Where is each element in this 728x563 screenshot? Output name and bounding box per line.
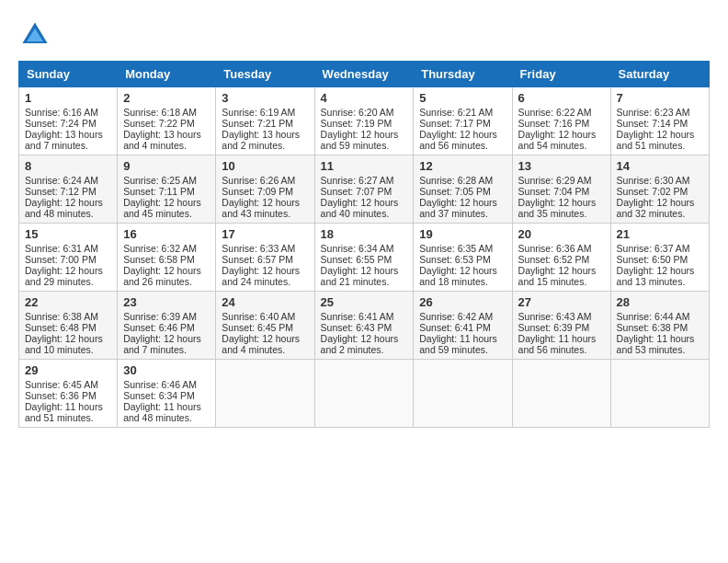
day-info-line: Sunrise: 6:31 AM [25, 243, 111, 254]
weekday-friday: Friday [512, 62, 610, 87]
day-info-line: Daylight: 12 hours [123, 265, 210, 276]
day-info-line: Daylight: 12 hours [518, 197, 605, 208]
day-info-line: Sunset: 6:36 PM [25, 390, 111, 401]
calendar-cell: 13Sunrise: 6:29 AMSunset: 7:04 PMDayligh… [512, 155, 610, 224]
day-info-line: Sunset: 6:58 PM [123, 254, 210, 265]
day-number: 21 [617, 227, 703, 241]
day-number: 2 [123, 91, 210, 105]
day-info-line: Daylight: 12 hours [321, 265, 408, 276]
day-info-line: Sunrise: 6:24 AM [25, 175, 111, 186]
day-info-line: Sunset: 7:14 PM [617, 118, 703, 129]
day-number: 26 [419, 295, 506, 309]
weekday-wednesday: Wednesday [314, 62, 414, 87]
day-info-line: Sunrise: 6:29 AM [518, 175, 605, 186]
day-info-line: Daylight: 12 hours [321, 129, 408, 140]
calendar-table: SundayMondayTuesdayWednesdayThursdayFrid… [18, 61, 710, 428]
calendar-cell: 3Sunrise: 6:19 AMSunset: 7:21 PMDaylight… [216, 87, 314, 155]
day-info-line: Sunset: 7:04 PM [518, 186, 605, 197]
day-info-line: Sunrise: 6:35 AM [419, 243, 506, 254]
day-info-line: Sunset: 7:00 PM [25, 254, 111, 265]
calendar-cell [414, 360, 512, 428]
day-info-line: and 59 minutes. [321, 140, 408, 151]
calendar-cell: 28Sunrise: 6:44 AMSunset: 6:38 PMDayligh… [610, 292, 709, 360]
day-info-line: Sunrise: 6:32 AM [123, 243, 210, 254]
calendar-week-4: 22Sunrise: 6:38 AMSunset: 6:48 PMDayligh… [19, 292, 710, 360]
day-info-line: Sunset: 7:21 PM [222, 118, 308, 129]
day-info-line: Sunset: 7:16 PM [518, 118, 605, 129]
calendar-week-1: 1Sunrise: 6:16 AMSunset: 7:24 PMDaylight… [19, 87, 710, 155]
day-info-line: Sunset: 6:46 PM [123, 322, 210, 333]
day-number: 9 [123, 159, 210, 173]
day-number: 5 [419, 91, 506, 105]
day-info-line: Daylight: 12 hours [321, 197, 408, 208]
day-info-line: Sunrise: 6:34 AM [321, 243, 408, 254]
day-info-line: Daylight: 12 hours [419, 129, 506, 140]
calendar-cell: 6Sunrise: 6:22 AMSunset: 7:16 PMDaylight… [512, 87, 610, 155]
day-info-line: Sunrise: 6:30 AM [617, 175, 703, 186]
day-info-line: Daylight: 12 hours [222, 265, 308, 276]
day-info-line: Sunset: 6:45 PM [222, 322, 308, 333]
day-number: 24 [222, 295, 308, 309]
day-info-line: Sunrise: 6:33 AM [222, 243, 308, 254]
day-info-line: and 13 minutes. [617, 276, 703, 287]
day-info-line: Daylight: 11 hours [617, 333, 703, 344]
calendar-cell [512, 360, 610, 428]
day-info-line: and 35 minutes. [518, 208, 605, 219]
day-info-line: Sunset: 6:39 PM [518, 322, 605, 333]
calendar-cell: 30Sunrise: 6:46 AMSunset: 6:34 PMDayligh… [118, 360, 216, 428]
day-info-line: Sunset: 6:43 PM [321, 322, 408, 333]
calendar-week-5: 29Sunrise: 6:45 AMSunset: 6:36 PMDayligh… [19, 360, 710, 428]
day-info-line: Daylight: 12 hours [222, 333, 308, 344]
day-info-line: Sunrise: 6:27 AM [321, 175, 408, 186]
day-info-line: Daylight: 12 hours [518, 129, 605, 140]
day-info-line: Daylight: 12 hours [617, 129, 703, 140]
day-info-line: Sunset: 6:55 PM [321, 254, 408, 265]
day-info-line: and 7 minutes. [123, 344, 210, 355]
day-info-line: Daylight: 13 hours [25, 129, 111, 140]
calendar-cell: 4Sunrise: 6:20 AMSunset: 7:19 PMDaylight… [314, 87, 414, 155]
calendar-cell: 11Sunrise: 6:27 AMSunset: 7:07 PMDayligh… [314, 155, 414, 224]
day-info-line: Daylight: 12 hours [419, 197, 506, 208]
day-info-line: and 51 minutes. [617, 140, 703, 151]
day-info-line: and 4 minutes. [222, 344, 308, 355]
day-info-line: and 32 minutes. [617, 208, 703, 219]
day-info-line: and 10 minutes. [25, 344, 111, 355]
calendar-cell: 7Sunrise: 6:23 AMSunset: 7:14 PMDaylight… [610, 87, 709, 155]
day-info-line: Sunset: 7:22 PM [123, 118, 210, 129]
calendar-cell: 17Sunrise: 6:33 AMSunset: 6:57 PMDayligh… [216, 224, 314, 292]
day-info-line: and 29 minutes. [25, 276, 111, 287]
calendar-header: SundayMondayTuesdayWednesdayThursdayFrid… [19, 62, 710, 87]
day-info-line: Sunrise: 6:40 AM [222, 311, 308, 322]
day-info-line: Daylight: 11 hours [419, 333, 506, 344]
weekday-monday: Monday [118, 62, 216, 87]
day-number: 4 [321, 91, 408, 105]
day-info-line: Sunrise: 6:38 AM [25, 311, 111, 322]
day-info-line: and 2 minutes. [321, 344, 408, 355]
day-info-line: Daylight: 13 hours [123, 129, 210, 140]
calendar-cell [314, 360, 414, 428]
day-info-line: Daylight: 13 hours [222, 129, 308, 140]
calendar-cell: 2Sunrise: 6:18 AMSunset: 7:22 PMDaylight… [118, 87, 216, 155]
day-info-line: Daylight: 12 hours [25, 333, 111, 344]
day-info-line: and 37 minutes. [419, 208, 506, 219]
calendar-cell: 23Sunrise: 6:39 AMSunset: 6:46 PMDayligh… [118, 292, 216, 360]
day-number: 14 [617, 159, 703, 173]
day-info-line: and 48 minutes. [123, 412, 210, 423]
day-info-line: Daylight: 12 hours [123, 197, 210, 208]
calendar-cell: 25Sunrise: 6:41 AMSunset: 6:43 PMDayligh… [314, 292, 414, 360]
day-info-line: Daylight: 12 hours [419, 265, 506, 276]
calendar-cell: 1Sunrise: 6:16 AMSunset: 7:24 PMDaylight… [19, 87, 118, 155]
day-info-line: and 4 minutes. [123, 140, 210, 151]
day-number: 23 [123, 295, 210, 309]
day-info-line: Daylight: 12 hours [518, 265, 605, 276]
day-info-line: Daylight: 12 hours [25, 197, 111, 208]
day-info-line: and 2 minutes. [222, 140, 308, 151]
day-info-line: and 43 minutes. [222, 208, 308, 219]
calendar-cell: 21Sunrise: 6:37 AMSunset: 6:50 PMDayligh… [610, 224, 709, 292]
calendar-cell: 16Sunrise: 6:32 AMSunset: 6:58 PMDayligh… [118, 224, 216, 292]
day-number: 6 [518, 91, 605, 105]
day-info-line: Daylight: 12 hours [222, 197, 308, 208]
calendar-week-2: 8Sunrise: 6:24 AMSunset: 7:12 PMDaylight… [19, 155, 710, 224]
day-info-line: and 59 minutes. [419, 344, 506, 355]
day-info-line: and 53 minutes. [617, 344, 703, 355]
